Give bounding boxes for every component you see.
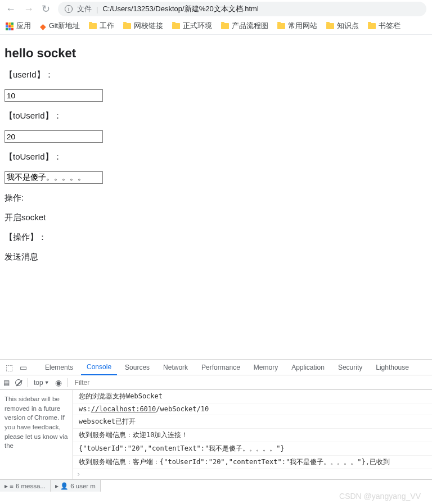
page-title: hello socket [4, 46, 428, 61]
console-prompt-icon[interactable]: › [73, 469, 432, 479]
address-bar[interactable]: i 文件 | C:/Users/13253/Desktop/新建%20文本文档.… [58, 2, 426, 16]
tab-memory[interactable]: Memory [248, 360, 284, 375]
log-line: 您的浏览器支持WebSocket [73, 390, 432, 403]
console-logs: 您的浏览器支持WebSocket ws://localhost:6010/web… [73, 390, 432, 479]
info-icon: i [65, 5, 73, 13]
inspect-icon[interactable]: ⬚ [3, 363, 15, 372]
tab-network[interactable]: Network [158, 360, 194, 375]
address-label: 文件 [77, 4, 92, 14]
bookmark-item[interactable]: 书签栏 [368, 21, 400, 31]
sidebar-note: This sidebar will be removed in a future… [4, 396, 68, 449]
apps-icon [6, 22, 14, 30]
messages-chip[interactable]: ▸ ≡ 6 messa... [0, 480, 51, 492]
folder-icon [89, 23, 97, 29]
sidebar-toggle-icon[interactable]: ▤ [3, 379, 10, 387]
bookmark-gitlab[interactable]: ◆ Git新地址 [40, 21, 80, 31]
label-action1: 操作: [4, 193, 428, 203]
tab-security[interactable]: Security [332, 360, 368, 375]
log-line: ws://localhost:6010/webSocket/10 [73, 403, 432, 415]
content-input[interactable] [4, 171, 103, 184]
bookmark-item[interactable]: 网校链接 [123, 21, 163, 31]
user-messages-chip[interactable]: ▸ 👤 6 user m [51, 480, 101, 492]
console-sidebar: This sidebar will be removed in a future… [0, 390, 73, 479]
send-msg-link[interactable]: 发送消息 [4, 252, 428, 262]
page-content: hello socket 【userId】： 【toUserId】： 【toUs… [0, 35, 432, 275]
bookmark-apps[interactable]: 应用 [6, 21, 31, 31]
device-icon[interactable]: ▭ [17, 363, 29, 372]
reload-button[interactable]: ↻ [42, 3, 50, 15]
bookmarks-bar: 应用 ◆ Git新地址 工作 网校链接 正式环境 产品流程图 常用网站 知识点 … [0, 18, 432, 35]
bookmark-item[interactable]: 知识点 [326, 21, 359, 31]
folder-icon [277, 23, 285, 29]
bookmark-item[interactable]: 常用网站 [277, 21, 317, 31]
userid-input[interactable] [4, 89, 103, 102]
folder-icon [326, 23, 334, 29]
forward-button[interactable]: → [24, 3, 34, 15]
bookmark-item[interactable]: 正式环境 [172, 21, 212, 31]
live-expression-icon[interactable]: ◉ [55, 378, 62, 387]
filter-input[interactable] [74, 378, 429, 387]
bookmark-item[interactable]: 产品流程图 [221, 21, 268, 31]
folder-icon [221, 23, 229, 29]
open-socket-link[interactable]: 开启socket [4, 212, 428, 223]
tab-performance[interactable]: Performance [196, 360, 246, 375]
label-touserid2: 【toUserId】： [4, 152, 428, 162]
devtools-tabs: ⬚ ▭ Elements Console Sources Network Per… [0, 360, 432, 375]
context-selector[interactable]: top ▼ [34, 379, 50, 387]
log-line: {"toUserId":"20","contentText":"我不是傻子。。。… [73, 442, 432, 456]
address-path: C:/Users/13253/Desktop/新建%20文本文档.html [102, 4, 258, 14]
folder-icon [368, 23, 376, 29]
tab-elements[interactable]: Elements [39, 360, 79, 375]
console-footer: ▸ ≡ 6 messa... ▸ 👤 6 user m [0, 479, 432, 492]
log-line: 收到服务端信息：欢迎10加入连接！ [73, 429, 432, 442]
touserid-input[interactable] [4, 130, 103, 143]
label-touserid: 【toUserId】： [4, 111, 428, 121]
clear-console-icon[interactable] [15, 379, 22, 386]
console-toolbar: ▤ top ▼ ◉ [0, 375, 432, 390]
label-action2: 【操作】： [4, 232, 428, 243]
gitlab-icon: ◆ [40, 22, 46, 31]
log-line: websocket已打开 [73, 415, 432, 429]
bookmark-item[interactable]: 工作 [89, 21, 114, 31]
back-button[interactable]: ← [6, 3, 16, 15]
tab-application[interactable]: Application [286, 360, 330, 375]
label-userid: 【userId】： [4, 70, 428, 80]
folder-icon [172, 23, 180, 29]
browser-toolbar: ← → ↻ i 文件 | C:/Users/13253/Desktop/新建%2… [0, 0, 432, 18]
log-line: 收到服务端信息：客户端：{"toUserId":"20","contentTex… [73, 456, 432, 469]
tab-lighthouse[interactable]: Lighthouse [370, 360, 415, 375]
folder-icon [123, 23, 131, 29]
devtools-panel: ⬚ ▭ Elements Console Sources Network Per… [0, 359, 432, 492]
tab-sources[interactable]: Sources [119, 360, 155, 375]
address-separator: | [96, 5, 98, 13]
tab-console[interactable]: Console [81, 360, 117, 375]
